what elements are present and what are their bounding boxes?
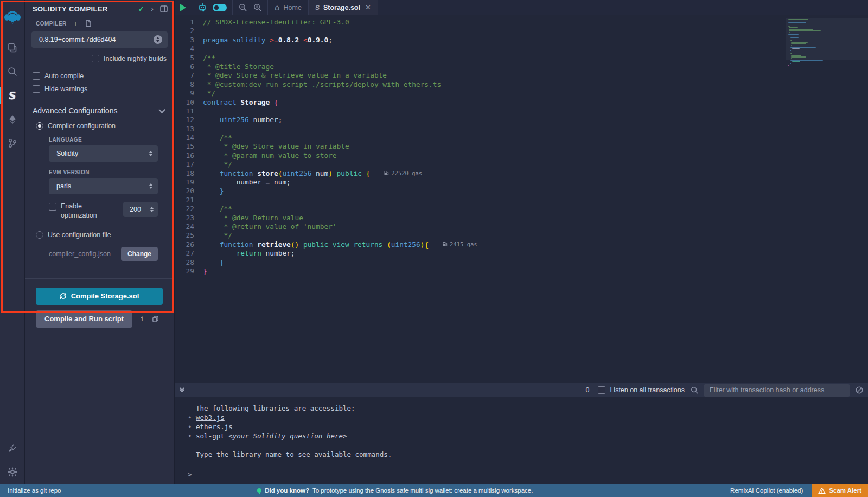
line-number: 2	[175, 27, 203, 35]
panel-header: SOLIDITY COMPILER ✓ ›	[25, 0, 174, 16]
code-line[interactable]: 22 /**	[175, 205, 786, 213]
code-line[interactable]: 28 }	[175, 258, 786, 267]
language-select[interactable]: Solidity	[49, 145, 158, 162]
expand-terminal-icon[interactable]	[180, 388, 184, 392]
compile-button[interactable]: Compile Storage.sol	[36, 288, 163, 305]
use-config-row: Use configuration file	[25, 224, 174, 241]
code-line[interactable]: 21	[175, 196, 786, 205]
compiler-config-label: Compiler configuration	[48, 122, 116, 130]
code-line[interactable]: 19 number = num;	[175, 178, 786, 187]
code-line[interactable]: 15 * @dev Store value in variable	[175, 142, 786, 151]
enable-optimization-checkbox[interactable]	[49, 203, 56, 211]
code-line[interactable]: 2	[175, 27, 786, 35]
sidebar-item-deploy-run[interactable]	[0, 107, 25, 131]
auto-compile-label: Auto compile	[44, 72, 84, 80]
include-nightly-checkbox[interactable]	[92, 55, 99, 62]
file-explorer-icon	[7, 42, 18, 53]
code-line[interactable]: 11	[175, 107, 786, 116]
listen-transactions-checkbox[interactable]	[598, 386, 605, 394]
tab-storage-sol[interactable]: S Storage.sol ✕	[309, 0, 378, 15]
change-config-button[interactable]: Change	[121, 247, 158, 261]
sidebar-item-solidity-compiler[interactable]: S	[0, 84, 25, 107]
code-line[interactable]: 12 uint256 number;	[175, 116, 786, 124]
info-icon[interactable]: i	[140, 315, 144, 323]
code-line[interactable]: 10contract Storage {	[175, 98, 786, 107]
run-script-icon[interactable]	[180, 4, 186, 11]
ai-copilot-robot-icon[interactable]	[197, 3, 207, 12]
terminal-line: • sol-gpt <your Solidity question here>	[188, 431, 868, 441]
library-link[interactable]: ethers.js	[196, 423, 233, 431]
select-arrows-icon	[149, 151, 152, 157]
close-tab-icon[interactable]: ✕	[365, 3, 371, 11]
sidebar-item-search[interactable]	[0, 60, 25, 84]
line-content: * @dev Return value	[203, 214, 786, 222]
compiler-config-radio[interactable]	[36, 122, 43, 130]
line-number: 5	[175, 54, 203, 62]
code-line[interactable]: 5/**	[175, 54, 786, 62]
tip-label: Did you know?	[265, 487, 309, 494]
code-line[interactable]: 24 * @return value of 'number'	[175, 222, 786, 231]
remix-logo[interactable]	[0, 3, 25, 31]
terminal[interactable]: The following libraries are accessible:•…	[175, 397, 868, 484]
auto-compile-checkbox[interactable]	[33, 72, 40, 80]
advanced-configurations-header[interactable]: Advanced Configurations	[25, 95, 174, 119]
clear-console-icon[interactable]	[855, 386, 864, 394]
split-view-icon[interactable]	[160, 5, 168, 12]
code-line[interactable]: 4	[175, 44, 786, 53]
code-line[interactable]: 1// SPDX-License-Identifier: GPL-3.0	[175, 18, 786, 27]
line-content: */	[203, 89, 786, 98]
code-line[interactable]: 25 */	[175, 231, 786, 240]
code-line[interactable]: 3pragma solidity >=0.8.2 <0.9.0;	[175, 36, 786, 44]
zoom-in-icon[interactable]	[253, 3, 262, 12]
chevron-right-icon[interactable]: ›	[151, 4, 154, 13]
optimization-runs-input[interactable]: 200	[123, 202, 158, 217]
tip-text: To prototype using the Gnosis safe multi…	[312, 487, 533, 494]
code-line[interactable]: 16 * @param num value to store	[175, 151, 786, 160]
code-line[interactable]: 17 */	[175, 160, 786, 169]
open-file-icon[interactable]	[85, 20, 92, 27]
copilot-status[interactable]: RemixAI Copilot (enabled)	[722, 487, 812, 494]
code-line[interactable]: 29}	[175, 267, 786, 276]
code-line[interactable]: 27 return number;	[175, 249, 786, 258]
code-line[interactable]: 9 */	[175, 89, 786, 98]
code-line[interactable]: 20 }	[175, 187, 786, 195]
sidebar-item-plugin-manager[interactable]	[0, 436, 25, 460]
hide-warnings-checkbox[interactable]	[33, 85, 40, 93]
sidebar-item-git[interactable]	[0, 131, 25, 155]
tab-home[interactable]: ⌂ Home	[268, 0, 309, 15]
scam-alert-button[interactable]: Scam Alert	[812, 484, 868, 497]
add-compiler-icon[interactable]: ＋	[72, 20, 79, 27]
evm-version-select[interactable]: paris	[49, 178, 158, 194]
copy-icon[interactable]	[152, 315, 159, 323]
minimap[interactable]	[786, 18, 868, 383]
code-line[interactable]: 14 /**	[175, 133, 786, 142]
divider	[25, 278, 174, 279]
sidebar-item-settings[interactable]	[0, 460, 25, 484]
settings-gear-icon	[7, 467, 18, 477]
code-line[interactable]: 26 function retrieve() public view retur…	[175, 240, 786, 249]
line-content: function store(uint256 num) public {2252…	[203, 169, 786, 178]
line-number: 4	[175, 44, 203, 53]
search-icon[interactable]	[690, 386, 699, 394]
code-line[interactable]: 13	[175, 125, 786, 133]
code-line[interactable]: 23 * @dev Return value	[175, 214, 786, 222]
code-line[interactable]: 7 * @dev Store & retrieve value in a var…	[175, 71, 786, 80]
line-number: 14	[175, 133, 203, 142]
line-number: 20	[175, 187, 203, 195]
transaction-filter-input[interactable]	[704, 384, 850, 397]
minimap-slider[interactable]	[786, 18, 868, 60]
git-init-button[interactable]: Initialize as git repo	[0, 487, 68, 494]
code-editor[interactable]: 1// SPDX-License-Identifier: GPL-3.023pr…	[175, 15, 868, 383]
sidebar-item-file-explorer[interactable]	[0, 36, 25, 60]
copilot-toggle[interactable]	[213, 4, 227, 11]
code-line[interactable]: 8 * @custom:dev-run-script ./scripts/dep…	[175, 80, 786, 89]
line-number: 26	[175, 240, 203, 249]
compile-and-run-button[interactable]: Compile and Run script	[36, 310, 132, 328]
code-line[interactable]: 18 function store(uint256 num) public {2…	[175, 169, 786, 178]
compiler-version-select[interactable]: 0.8.19+commit.7dd6d404	[31, 31, 168, 48]
terminal-prompt[interactable]: >	[188, 470, 868, 479]
zoom-out-icon[interactable]	[238, 3, 247, 12]
use-config-radio[interactable]	[36, 231, 43, 239]
code-line[interactable]: 6 * @title Storage	[175, 62, 786, 71]
library-link[interactable]: web3.js	[196, 413, 225, 422]
